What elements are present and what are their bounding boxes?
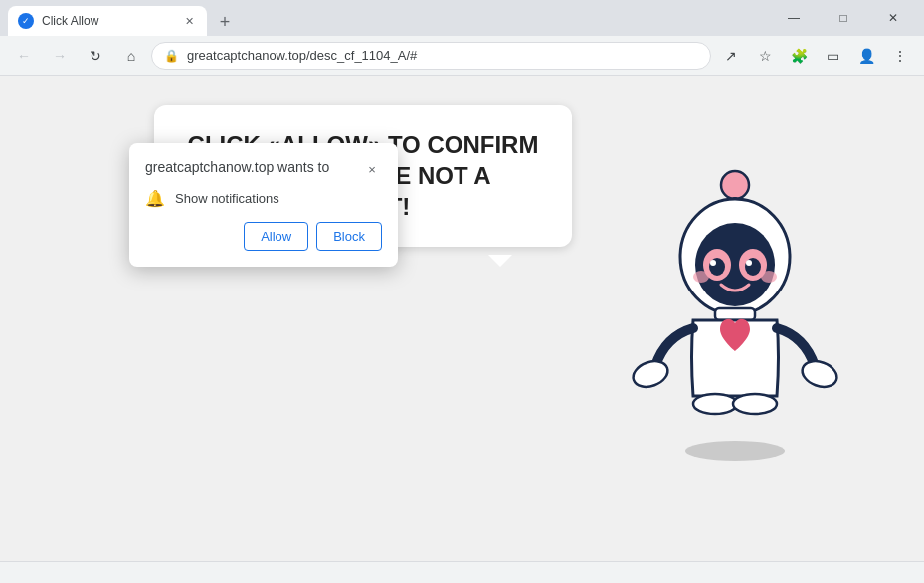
close-icon: ×: [368, 162, 376, 177]
menu-button[interactable]: ⋮: [884, 40, 916, 72]
share-button[interactable]: ↗: [715, 40, 747, 72]
robot-svg: [626, 157, 844, 476]
svg-point-16: [733, 394, 777, 414]
bell-icon: 🔔: [145, 189, 165, 208]
svg-point-8: [710, 260, 716, 266]
svg-point-0: [721, 171, 749, 199]
svg-point-11: [761, 271, 777, 283]
status-bar: [0, 561, 924, 583]
popup-header: greatcaptchanow.top wants to ×: [145, 159, 382, 179]
forward-button[interactable]: →: [44, 40, 76, 72]
svg-point-14: [799, 357, 840, 392]
popup-title: greatcaptchanow.top wants to: [145, 159, 329, 175]
bookmark-button[interactable]: ☆: [749, 40, 781, 72]
tab-favicon: [18, 13, 34, 29]
address-text: greatcaptchanow.top/desc_cf_1104_A/#: [187, 48, 698, 63]
tab-area: Click Allow ✕ +: [8, 0, 771, 36]
popup-permission-row: 🔔 Show notifications: [145, 189, 382, 208]
svg-point-10: [693, 271, 709, 283]
svg-point-17: [685, 441, 785, 461]
maximize-button[interactable]: □: [821, 0, 866, 36]
share-icon: ↗: [725, 48, 737, 64]
refresh-button[interactable]: ↻: [80, 40, 111, 72]
window-controls: — □ ✕: [771, 0, 916, 36]
home-icon: ⌂: [127, 48, 135, 64]
toolbar-right: ↗ ☆ 🧩 ▭ 👤 ⋮: [715, 40, 916, 72]
close-icon: ✕: [888, 11, 898, 25]
profile-button[interactable]: 👤: [850, 40, 882, 72]
svg-rect-12: [715, 308, 755, 320]
popup-close-button[interactable]: ×: [362, 159, 382, 179]
block-button[interactable]: Block: [316, 222, 382, 251]
bookmark-icon: ☆: [759, 48, 772, 64]
profile-icon: 👤: [858, 48, 875, 64]
toolbar: ← → ↻ ⌂ 🔒 greatcaptchanow.top/desc_cf_11…: [0, 36, 924, 76]
tab-close-button[interactable]: ✕: [181, 13, 197, 29]
address-bar[interactable]: 🔒 greatcaptchanow.top/desc_cf_1104_A/#: [151, 42, 711, 70]
permission-label: Show notifications: [175, 191, 279, 206]
cast-icon: ▭: [827, 48, 839, 64]
tab-title: Click Allow: [42, 14, 173, 28]
menu-icon: ⋮: [893, 48, 907, 64]
home-button[interactable]: ⌂: [115, 40, 147, 72]
new-tab-button[interactable]: +: [211, 8, 239, 36]
puzzle-icon: 🧩: [791, 48, 808, 64]
back-button[interactable]: ←: [8, 40, 40, 72]
notification-popup: greatcaptchanow.top wants to × 🔔 Show no…: [129, 143, 398, 267]
popup-buttons: Allow Block: [145, 222, 382, 251]
close-button[interactable]: ✕: [870, 0, 916, 36]
forward-icon: →: [53, 48, 67, 64]
back-icon: ←: [17, 48, 31, 64]
svg-point-9: [746, 260, 752, 266]
cast-button[interactable]: ▭: [817, 40, 848, 72]
lock-icon: 🔒: [164, 49, 179, 63]
active-tab[interactable]: Click Allow ✕: [8, 6, 207, 36]
refresh-icon: ↻: [90, 48, 101, 64]
allow-button[interactable]: Allow: [244, 222, 308, 251]
svg-point-13: [630, 357, 671, 392]
svg-point-15: [693, 394, 737, 414]
browser-window: Click Allow ✕ + — □ ✕ ← → ↻: [0, 0, 924, 583]
robot-illustration: [626, 157, 844, 480]
maximize-icon: □: [839, 11, 846, 25]
title-bar: Click Allow ✕ + — □ ✕: [0, 0, 924, 36]
content-area: CLICK «ALLOW» TO CONFIRM THAT YOU ARE NO…: [0, 76, 924, 561]
extensions-button[interactable]: 🧩: [783, 40, 815, 72]
minimize-icon: —: [788, 11, 800, 25]
minimize-button[interactable]: —: [771, 0, 817, 36]
